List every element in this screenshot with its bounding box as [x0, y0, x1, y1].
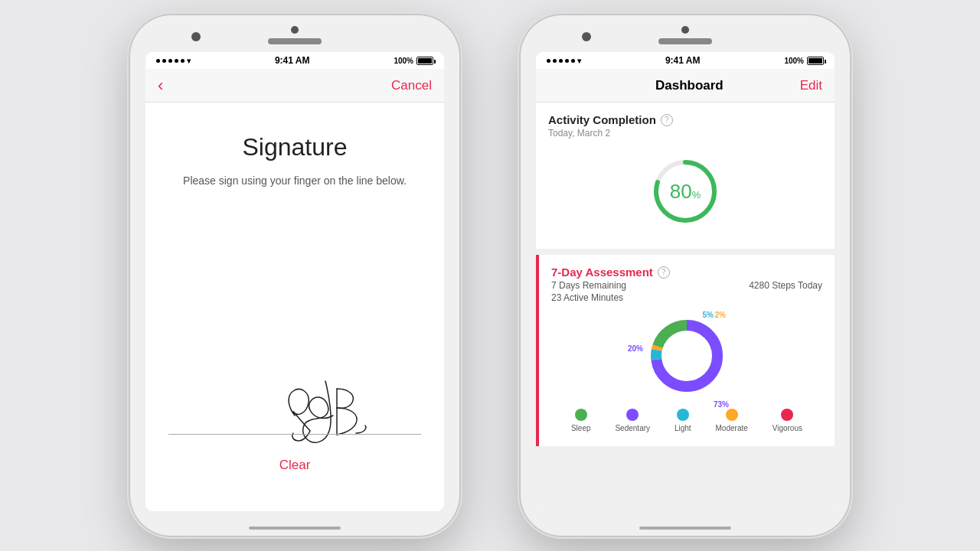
cancel-button[interactable]: Cancel: [391, 78, 432, 93]
battery-pct-1: 100%: [394, 57, 413, 65]
activity-percent: 80: [670, 180, 692, 203]
battery-pct-2: 100%: [784, 57, 804, 65]
front-camera-1: [291, 26, 299, 34]
status-bar-2: ▾ 9:41 AM 100%: [536, 52, 835, 69]
light-dot: [677, 409, 689, 421]
signal-dot-1: [156, 59, 160, 63]
seven-day-title: 7-Day Assessment: [551, 266, 653, 279]
signature-content: Signature Please sign using your finger …: [145, 103, 444, 511]
vigorous-label: Vigorous: [773, 424, 802, 432]
moderate-dot: [726, 409, 738, 421]
dashboard-content: Activity Completion ? Today, March 2 80%: [536, 103, 835, 511]
status-time-2: 9:41 AM: [581, 55, 784, 66]
signal-dot-2: [162, 59, 166, 63]
active-minutes: 23 Active Minutes: [551, 292, 626, 303]
front-camera-lens-1: [191, 32, 201, 41]
signal-dot-4: [175, 59, 178, 63]
back-button[interactable]: ‹: [158, 77, 163, 94]
signal-dot-7: [553, 59, 557, 63]
speaker-1: [268, 38, 322, 44]
seven-day-title-row: 7-Day Assessment ?: [551, 266, 822, 279]
chart-legend: Sleep Sedentary Light Moderate: [551, 403, 822, 435]
battery-fill-2: [808, 58, 822, 64]
phone-1-top: [130, 15, 459, 44]
dashboard-title: Dashboard: [655, 78, 724, 93]
phone-2-top: [521, 15, 850, 44]
signal-dot-9: [565, 59, 569, 63]
days-remaining: 7 Days Remaining: [551, 280, 626, 291]
card-title-row: Activity Completion ?: [548, 113, 822, 126]
seven-day-help-icon[interactable]: ?: [658, 266, 670, 279]
signature-title: Signature: [243, 133, 348, 161]
signal-dot-3: [168, 59, 172, 63]
light-label: Light: [675, 424, 691, 432]
speaker-2: [658, 38, 712, 44]
screen-2: ▾ 9:41 AM 100% Dashboard Edit Activity C…: [536, 52, 835, 511]
donut-svg: [645, 314, 729, 398]
sedentary-label: Sedentary: [615, 424, 650, 432]
status-bar-1: ▾ 9:41 AM 100%: [145, 52, 444, 69]
legend-vigorous: Vigorous: [773, 409, 802, 432]
battery-area-2: 100%: [784, 57, 824, 65]
donut-chart: 73% 20% 5% 2%: [645, 314, 729, 398]
progress-circle: 80%: [651, 157, 720, 226]
signal-dot-10: [571, 59, 575, 63]
nav-bar-2: Dashboard Edit: [536, 69, 835, 103]
legend-moderate: Moderate: [716, 409, 748, 432]
legend-sleep: Sleep: [571, 409, 591, 432]
activity-percent-symbol: %: [692, 189, 701, 201]
sedentary-dot: [626, 409, 639, 421]
battery-area-1: 100%: [394, 57, 433, 65]
assessment-stats-row: 7 Days Remaining 23 Active Minutes 4280 …: [551, 280, 822, 305]
legend-light: Light: [675, 409, 691, 432]
edit-button[interactable]: Edit: [800, 78, 822, 93]
legend-sedentary: Sedentary: [615, 409, 650, 432]
signal-dot-6: [547, 59, 550, 63]
activity-completion-title: Activity Completion: [548, 113, 656, 126]
seven-day-card: 7-Day Assessment ? 7 Days Remaining 23 A…: [536, 255, 835, 446]
screen-1: ▾ 9:41 AM 100% ‹ Cancel Signature Please…: [145, 52, 444, 511]
status-time-1: 9:41 AM: [191, 55, 394, 66]
home-indicator-2: [639, 527, 731, 530]
steps-today: 4280 Steps Today: [749, 280, 822, 291]
battery-icon-2: [807, 57, 824, 65]
sleep-dot: [575, 409, 587, 421]
moderate-label: Moderate: [716, 424, 748, 432]
signature-area[interactable]: Clear: [168, 220, 421, 496]
activity-help-icon[interactable]: ?: [661, 114, 673, 126]
phone-2: ▾ 9:41 AM 100% Dashboard Edit Activity C…: [521, 15, 850, 536]
signature-drawing: [203, 366, 387, 458]
signature-subtitle: Please sign using your finger on the lin…: [183, 174, 407, 189]
vigorous-dot: [781, 409, 793, 421]
left-stats: 7 Days Remaining 23 Active Minutes: [551, 280, 626, 305]
progress-circle-container: 80%: [548, 149, 822, 238]
sleep-label: Sleep: [571, 424, 591, 432]
svg-point-7: [664, 333, 710, 379]
activity-date: Today, March 2: [548, 128, 822, 139]
donut-label-20: 20%: [628, 344, 643, 353]
phone-1: ▾ 9:41 AM 100% ‹ Cancel Signature Please…: [130, 15, 459, 536]
battery-fill-1: [418, 58, 432, 64]
front-camera-2: [681, 26, 689, 34]
signal-area-2: ▾: [547, 57, 581, 65]
donut-label-73: 73%: [714, 400, 729, 409]
signal-dot-8: [559, 59, 563, 63]
activity-completion-card: Activity Completion ? Today, March 2 80%: [536, 103, 835, 249]
battery-icon-1: [416, 57, 433, 65]
signal-area-1: ▾: [156, 57, 191, 65]
nav-bar-1: ‹ Cancel: [145, 69, 444, 103]
circle-text: 80%: [670, 180, 701, 204]
donut-label-5: 5%: [703, 311, 714, 319]
signal-dot-5: [181, 59, 185, 63]
donut-label-2: 2%: [715, 311, 726, 319]
signature-line: [168, 434, 421, 435]
home-indicator-1: [249, 527, 341, 530]
donut-container: 73% 20% 5% 2%: [551, 306, 822, 403]
clear-button[interactable]: Clear: [279, 458, 311, 473]
front-camera-lens-2: [582, 32, 591, 41]
